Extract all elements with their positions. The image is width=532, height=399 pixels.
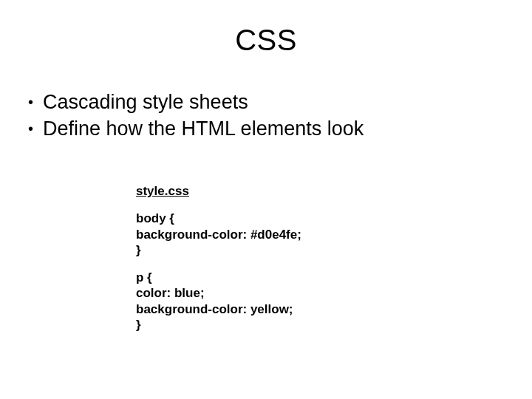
list-item: • Define how the HTML elements look: [28, 115, 364, 142]
code-line: }: [136, 317, 301, 332]
code-group: p { color: blue; background-color: yello…: [136, 270, 301, 332]
code-line: background-color: yellow;: [136, 301, 301, 317]
code-line: background-color: #d0e4fe;: [136, 227, 301, 242]
bullet-icon: •: [28, 115, 43, 142]
bullet-text: Cascading style sheets: [43, 89, 248, 115]
bullet-text: Define how the HTML elements look: [43, 115, 364, 142]
code-filename: style.css: [136, 183, 301, 199]
code-example: style.css body { background-color: #d0e4…: [136, 183, 301, 344]
code-line: color: blue;: [136, 285, 301, 301]
slide: CSS • Cascading style sheets • Define ho…: [0, 0, 532, 399]
slide-title: CSS: [0, 24, 532, 57]
list-item: • Cascading style sheets: [28, 89, 364, 115]
code-group: body { background-color: #d0e4fe; }: [136, 211, 301, 258]
code-line: body {: [136, 211, 301, 226]
code-line: p {: [136, 270, 301, 285]
code-line: }: [136, 242, 301, 258]
bullet-icon: •: [28, 89, 43, 115]
bullet-list: • Cascading style sheets • Define how th…: [28, 89, 364, 143]
